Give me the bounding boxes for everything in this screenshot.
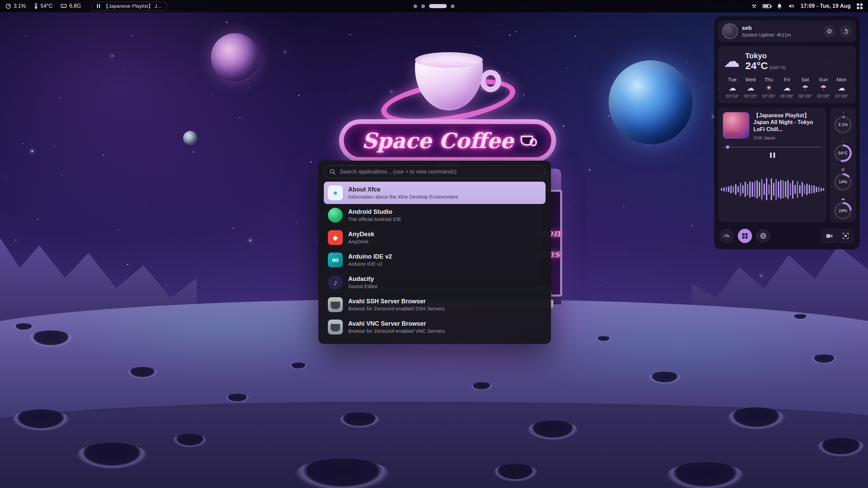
forecast-day: Wed ☁ 35°/25°	[742, 77, 760, 99]
forecast-day: Sat ☂ 36°/26°	[796, 77, 814, 99]
screenshot-button[interactable]	[839, 230, 853, 242]
gauge-icon	[723, 232, 730, 239]
app-item-audacity[interactable]: Audacity Sound Editor	[324, 271, 546, 293]
media-pause-button[interactable]	[770, 152, 775, 158]
neon-sign-inner: Space Coffee	[342, 123, 553, 159]
battery-icon[interactable]	[763, 4, 771, 8]
memory-stat[interactable]: 6.8G	[61, 3, 81, 9]
memory-gauge: ⚙ 14%	[834, 167, 852, 191]
screen-record-button[interactable]	[822, 230, 836, 242]
forecast-day-label: Sat	[801, 77, 809, 82]
control-panel: seb System Uptime: 4h11m ⚙ ☁ Tokyo 24°C(…	[714, 16, 860, 249]
temperature-gauge: ↓ 54°C	[834, 139, 852, 162]
avahi-ssh-icon	[328, 297, 343, 312]
top-bar: 3.1% 54°C 6.8G 【Japanese Playlist】 J...	[0, 0, 868, 12]
workspace-dot-1[interactable]	[414, 4, 417, 8]
power-button[interactable]	[840, 25, 852, 37]
apps-button[interactable]	[738, 229, 752, 243]
workspace-dot-2[interactable]	[421, 4, 425, 8]
desktop: Space Coffee oon ans 3.1% 54°C	[0, 0, 868, 488]
forecast-day-label: Sun	[819, 77, 828, 82]
temperature-stat[interactable]: 54°C	[34, 3, 53, 9]
temperature-gauge-value: 54°C	[834, 144, 852, 162]
forecast-temps: 33°/26°	[835, 94, 848, 99]
arduino-icon	[328, 252, 343, 267]
workspace-dot-4[interactable]	[451, 4, 455, 8]
forecast-day: Tue ☁ 33°/24°	[724, 77, 741, 99]
screenshot-icon	[843, 233, 849, 239]
workspace-indicator	[414, 0, 455, 12]
video-camera-icon	[826, 233, 833, 239]
cpu-stat[interactable]: 3.1%	[5, 3, 26, 9]
memory-stat-value: 6.8G	[69, 3, 81, 9]
panel-button-row	[718, 226, 856, 245]
app-desc: Browse for Zeroconf-enabled VNC Servers	[348, 328, 445, 334]
app-item-avahi-ssh[interactable]: Avahi SSH Server Browser Browse for Zero…	[324, 293, 546, 316]
tools-icon[interactable]: ⚒	[752, 3, 756, 9]
media-widget[interactable]: 【Japanese Playlist】 J...	[92, 2, 166, 11]
forecast-day-label: Fri	[784, 77, 790, 82]
app-item-about-xfce[interactable]: About Xfce Information about the Xfce De…	[324, 182, 546, 204]
system-uptime: System Uptime: 4h11m	[742, 32, 819, 38]
forecast-temps: 35°/25°	[744, 94, 757, 99]
forecast-temps: 33°/26°	[762, 94, 775, 99]
disk-gauge-value: 24%	[834, 202, 852, 220]
avahi-vnc-icon	[328, 320, 343, 334]
neon-cup-icon	[520, 136, 533, 146]
weather-temp: 24°C	[745, 60, 768, 71]
app-item-arduino-ide[interactable]: Arduino IDE v2 Arduino IDE v2	[324, 249, 546, 271]
performance-button[interactable]	[719, 229, 734, 243]
app-name: Avahi SSH Server Browser	[348, 298, 445, 305]
thermometer-icon	[34, 3, 38, 9]
progress-handle[interactable]	[726, 145, 729, 149]
clock[interactable]: 17:09 - Tue, 19 Aug	[801, 3, 851, 9]
app-name: About Xfce	[348, 186, 458, 194]
memory-icon: ⚙	[841, 167, 845, 172]
app-item-anydesk[interactable]: AnyDesk AnyDesk	[324, 226, 546, 249]
memory-icon	[61, 4, 67, 8]
cloud-icon: ☁	[783, 84, 791, 92]
weather-forecast: Tue ☁ 33°/24° Wed ☁ 35°/25° Thu ☀ 33°/26…	[724, 77, 850, 99]
forecast-temps: 36°/26°	[798, 94, 812, 99]
cloud-icon: ☁	[838, 84, 845, 92]
media-widget-title: 【Japanese Playlist】 J...	[103, 3, 161, 9]
cpu-gauge: ◔ 3.1%	[834, 110, 852, 134]
android-studio-icon	[328, 208, 343, 223]
temperature-icon: ↓	[842, 139, 844, 143]
settings-button[interactable]: ⚙	[823, 25, 835, 37]
forecast-temps: 33°/26°	[816, 94, 830, 99]
media-player-card: TOKYO L 【Japanese Playlist】 Japan All Ni…	[718, 107, 827, 223]
top-bar-tray: ⚒ 17:09 - Tue, 19 Aug	[752, 3, 863, 9]
user-name: seb	[742, 25, 819, 32]
memory-gauge-value: 14%	[834, 173, 852, 191]
rain-icon: ☂	[820, 84, 827, 92]
cloud-icon: ☁	[729, 84, 736, 92]
cpu-icon: ◔	[842, 110, 844, 115]
floating-cup-art	[382, 50, 515, 128]
network-button[interactable]	[756, 229, 770, 243]
media-waveform	[723, 161, 822, 218]
app-item-avahi-vnc[interactable]: Avahi VNC Server Browser Browse for Zero…	[324, 316, 546, 338]
weather-city: Tokyo	[745, 52, 786, 60]
neon-signboard: Space Coffee	[339, 119, 556, 162]
app-item-android-studio[interactable]: Android Studio The official Android IDE	[324, 204, 546, 226]
launcher-search-bar[interactable]	[324, 165, 546, 178]
search-input[interactable]	[340, 169, 540, 175]
notifications-bell-icon[interactable]	[777, 3, 782, 9]
app-grid-icon[interactable]	[857, 3, 863, 9]
media-progress-bar[interactable]	[723, 146, 822, 148]
app-desc: Browse for Zeroconf-enabled SSH Servers	[348, 305, 445, 312]
workspace-active-pill[interactable]	[429, 4, 447, 8]
media-title: 【Japanese Playlist】 Japan All Night - To…	[753, 112, 822, 133]
app-name: Avahi VNC Server Browser	[348, 320, 445, 328]
app-desc: Information about the Xfce Desktop Envir…	[348, 194, 458, 200]
volume-icon[interactable]	[788, 3, 794, 9]
forecast-temps: 35°/26°	[780, 94, 794, 99]
search-icon	[330, 169, 336, 175]
forecast-day-label: Mon	[836, 77, 846, 82]
profile-card: seb System Uptime: 4h11m ⚙	[718, 20, 856, 42]
anydesk-icon	[328, 230, 343, 245]
top-bar-stats: 3.1% 54°C 6.8G 【Japanese Playlist】 J...	[5, 2, 166, 11]
cup-opening	[415, 52, 483, 68]
avatar[interactable]	[722, 23, 738, 39]
